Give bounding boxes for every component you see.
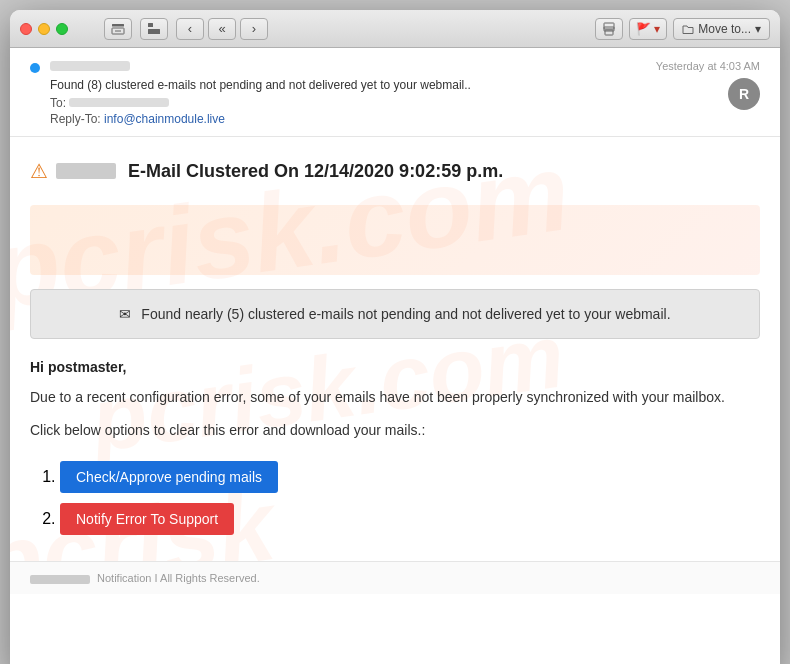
check-approve-button[interactable]: Check/Approve pending mails: [60, 461, 278, 493]
archive-icon: [111, 22, 125, 36]
mail-window: ‹ « › 🚩 ▾ Move to... ▾: [10, 10, 780, 664]
avatar: R: [728, 78, 760, 110]
svg-rect-4: [148, 29, 160, 34]
email-subject: Found (8) clustered e-mails not pending …: [50, 78, 646, 92]
action-item-1: Check/Approve pending mails: [60, 461, 760, 493]
to-value: [69, 98, 169, 107]
moveto-button[interactable]: Move to... ▾: [673, 18, 770, 40]
flag-button[interactable]: 🚩 ▾: [629, 18, 667, 40]
flag-icon: 🚩: [636, 22, 651, 36]
email-meta-content: Found (8) clustered e-mails not pending …: [50, 60, 646, 126]
email-meta-row: Found (8) clustered e-mails not pending …: [30, 60, 760, 126]
moveto-dropdown-icon: ▾: [755, 22, 761, 36]
minimize-button[interactable]: [38, 23, 50, 35]
warning-header: ⚠ E-Mail Clustered On 12/14/2020 9:02:59…: [30, 153, 760, 189]
titlebar-right: 🚩 ▾ Move to... ▾: [595, 18, 770, 40]
svg-rect-5: [604, 23, 614, 29]
svg-rect-3: [148, 23, 153, 27]
unread-indicator: [30, 63, 40, 73]
action-list: Check/Approve pending mails Notify Error…: [30, 461, 760, 535]
email-container: Found (8) clustered e-mails not pending …: [10, 48, 780, 664]
notify-error-button[interactable]: Notify Error To Support: [60, 503, 234, 535]
print-button[interactable]: [595, 18, 623, 40]
moveto-label: Move to...: [698, 22, 751, 36]
folders-icon: [147, 22, 161, 36]
close-button[interactable]: [20, 23, 32, 35]
action-item-2: Notify Error To Support: [60, 503, 760, 535]
email-body: pcrisk.com pcrisk.com pcrisk ⚠ E-Mail Cl…: [10, 137, 780, 561]
folders-button[interactable]: [140, 18, 168, 40]
sender-name: [50, 61, 130, 71]
traffic-lights: [20, 23, 68, 35]
email-timestamp: Yesterday at 4:03 AM: [656, 60, 760, 72]
email-header: Found (8) clustered e-mails not pending …: [10, 48, 780, 137]
logo-banner: [30, 205, 760, 275]
maximize-button[interactable]: [56, 23, 68, 35]
envelope-icon: ✉: [119, 306, 131, 322]
email-footer: Notification I All Rights Reserved.: [10, 561, 780, 594]
greeting: Hi postmaster,: [30, 359, 760, 375]
folder-icon: [682, 23, 694, 35]
print-icon: [602, 22, 616, 36]
to-line: To:: [50, 96, 646, 110]
forward-button[interactable]: ›: [240, 18, 268, 40]
back-button[interactable]: ‹: [176, 18, 204, 40]
found-banner: ✉ Found nearly (5) clustered e-mails not…: [30, 289, 760, 339]
banner-text: Found nearly (5) clustered e-mails not p…: [141, 306, 670, 322]
reply-to-value[interactable]: info@chainmodule.live: [104, 112, 225, 126]
titlebar: ‹ « › 🚩 ▾ Move to... ▾: [10, 10, 780, 48]
svg-rect-0: [112, 24, 124, 27]
body-text-2: Click below options to clear this error …: [30, 420, 760, 441]
archive-button[interactable]: [104, 18, 132, 40]
reply-to-line: Reply-To: info@chainmodule.live: [50, 112, 646, 126]
warning-title: E-Mail Clustered On 12/14/2020 9:02:59 p…: [128, 161, 503, 182]
warning-icon: ⚠: [30, 159, 48, 183]
reply-to-label: Reply-To:: [50, 112, 101, 126]
to-label: To:: [50, 96, 66, 110]
footer-text: Notification I All Rights Reserved.: [97, 572, 260, 584]
nav-buttons: ‹ « ›: [176, 18, 268, 40]
flag-dropdown-icon: ▾: [654, 22, 660, 36]
back-double-button[interactable]: «: [208, 18, 236, 40]
sender-blurred: [56, 163, 116, 179]
footer-blurred: [30, 575, 90, 584]
email-content: ⚠ E-Mail Clustered On 12/14/2020 9:02:59…: [30, 153, 760, 535]
body-text-1: Due to a recent configuration error, som…: [30, 387, 760, 408]
